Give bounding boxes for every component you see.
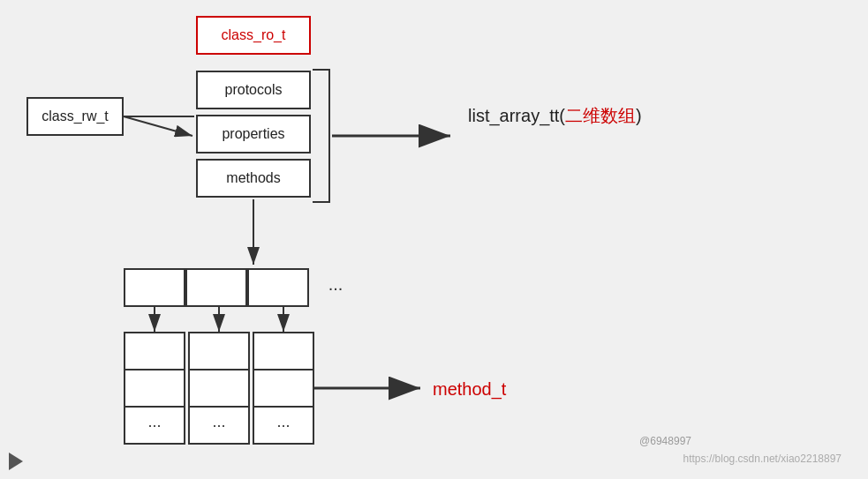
list-array-end: ) xyxy=(636,106,642,125)
protocols-label: protocols xyxy=(225,82,283,98)
methods-label: methods xyxy=(226,170,280,186)
col-boxes-1: ··· xyxy=(124,333,185,445)
class-rw-label: class_rw_t xyxy=(42,109,109,124)
list-array-label: list_array_tt(二维数组) xyxy=(468,104,642,128)
col-box-1-2 xyxy=(124,369,185,408)
url-watermark: https://blog.csdn.net/xiao2218897 xyxy=(683,453,842,465)
col-boxes-3: ··· xyxy=(253,333,314,445)
list-array-text: list_array_tt( xyxy=(468,106,565,125)
properties-label: properties xyxy=(222,126,284,142)
col-box-3-1 xyxy=(253,332,314,370)
bottom-arrow-decoration xyxy=(9,453,23,470)
col-box-1-1 xyxy=(124,332,185,370)
watermark: @6948997 xyxy=(639,435,691,447)
list-array-red-text: 二维数组 xyxy=(565,106,636,125)
col-box-3-2 xyxy=(253,369,314,408)
col-box-2-1 xyxy=(188,332,250,370)
col-box-3-3: ··· xyxy=(253,406,314,445)
methods-box: methods xyxy=(196,159,311,198)
properties-box: properties xyxy=(196,115,311,153)
diagram-container: class_rw_t class_ro_t protocols properti… xyxy=(0,0,868,479)
col-box-2-2 xyxy=(188,369,250,408)
col-box-1-3: ··· xyxy=(124,406,185,445)
method-t-text: method_t xyxy=(433,379,506,399)
col-box-2-3: ··· xyxy=(188,406,250,445)
class-ro-label: class_ro_t xyxy=(222,27,286,43)
row-box-1 xyxy=(124,268,185,307)
method-t-label: method_t xyxy=(433,379,506,400)
class-ro-box: class_ro_t xyxy=(196,16,311,55)
protocols-box: protocols xyxy=(196,71,311,109)
col-boxes-2: ··· xyxy=(188,333,250,445)
row-box-2 xyxy=(185,268,247,307)
array-row: ··· xyxy=(124,268,362,307)
row-box-dots: ··· xyxy=(309,268,362,307)
right-bracket xyxy=(313,69,330,203)
row-box-3 xyxy=(247,268,309,307)
svg-line-0 xyxy=(124,116,192,136)
class-rw-box: class_rw_t xyxy=(26,97,124,136)
